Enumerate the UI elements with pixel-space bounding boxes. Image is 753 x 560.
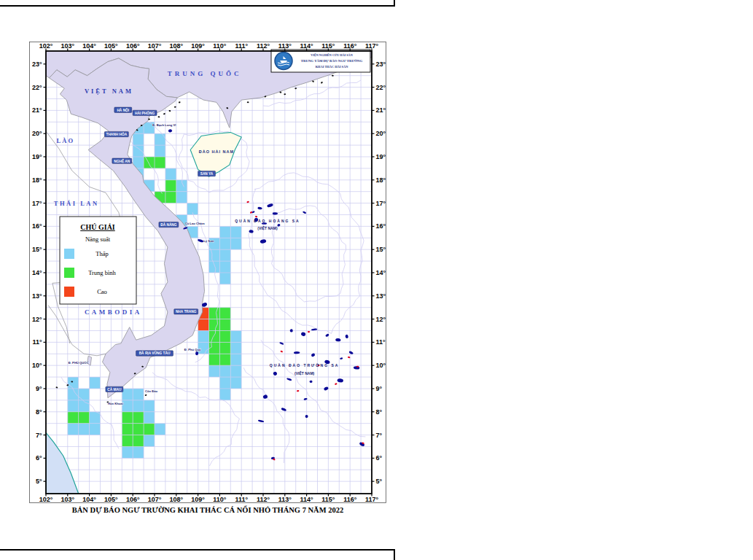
cell-low [90,412,101,424]
cell-low [68,377,79,389]
archipelago-sublabel: (VIỆT NAM) [294,370,315,376]
cell-low [68,424,79,435]
lon-label-bottom: 117° [365,496,379,503]
cell-low [122,446,133,458]
lon-label-top: 107° [148,42,162,50]
cell-low [122,400,133,412]
cell-medium [219,330,230,342]
cell-medium [79,412,90,424]
region-label: VIỆT NAM [85,88,133,95]
lat-label-left: 6° [36,454,42,462]
lat-label-right: 23° [376,61,386,68]
region-label: CAMBODIA [85,308,142,316]
lat-label-right: 5° [376,478,383,485]
lon-label-bottom: 102° [39,496,53,503]
cell-low [90,424,101,435]
small-feature-label: Đ. PHÚ QUỐC [69,361,89,365]
lon-label-bottom: 110° [213,496,227,503]
lat-label-left: 7° [36,432,42,439]
cell-medium [133,412,144,424]
cell-low [219,226,230,238]
cell-low [155,133,165,145]
cell-low [144,435,155,447]
lat-label-left: 12° [32,316,42,323]
lon-label-top: 104° [82,42,96,50]
lon-label-top: 111° [235,42,248,50]
cell-low [230,342,241,354]
legend-title: CHÚ GIẢI [80,223,115,231]
archipelago-label: QUẦN ĐẢO TRƯỜNG SA [270,362,340,368]
lat-label-left: 14° [32,269,42,276]
cell-medium [133,435,144,447]
lon-label-bottom: 108° [169,496,183,503]
archipelago-label: QUẦN ĐẢO HOÀNG SA [235,219,300,223]
page-top-rule-nub [394,0,395,7]
lon-label-bottom: 103° [61,496,74,503]
page-bottom-rule-nub [394,549,395,560]
logo-text-line1: VIỆN NGHIÊN CỨU HẢI SẢN [311,53,352,57]
cell-medium [209,319,220,331]
small-feature-label: Hòn Khoai [108,402,123,405]
cell-low [122,389,133,400]
cell-low [230,354,241,365]
lat-label-right: 18° [376,176,386,184]
lat-label-left: 18° [32,176,42,184]
cell-high [198,319,209,331]
lat-label-left: 16° [32,222,42,230]
cell-medium [122,424,133,435]
lat-label-left: 21° [32,106,42,114]
lat-label-right: 15° [376,246,386,253]
lat-label-right: 22° [376,84,386,91]
lat-label-right: 13° [376,292,386,300]
cell-low [90,377,101,389]
lat-label-left: 11° [32,338,42,346]
cell-medium [144,157,155,168]
lat-label-right: 17° [376,200,386,207]
page: TRUNG QUỐCVIỆT NAMLÀOTHÁI LANCAMBODIAĐẢO… [0,0,753,560]
legend-chip-high [64,287,74,297]
lon-label-top: 109° [191,42,205,50]
cell-low [155,424,165,435]
cell-low [219,238,230,249]
lat-label-right: 20° [376,130,386,137]
lat-label-left: 20° [32,130,42,137]
region-label: LÀO [57,137,74,144]
island-marker-navy [305,415,308,418]
lon-label-bottom: 107° [148,496,162,503]
cell-medium [209,308,220,319]
cell-low [68,389,79,400]
cell-low [133,400,144,412]
lat-label-right: 19° [376,153,386,160]
cell-low [230,365,241,377]
page-bottom-rule [0,549,394,551]
page-top-rule [0,5,394,7]
lon-label-top: 112° [257,42,270,50]
lat-label-right: 16° [376,222,386,230]
cell-low [79,389,90,400]
cell-medium [165,180,176,192]
city-label: BÀ RỊA VŨNG TÀU [139,351,171,355]
cell-low [230,377,241,389]
lat-label-left: 22° [32,84,42,91]
cell-low [230,238,241,249]
cell-low [209,365,220,377]
cell-low [133,446,144,458]
lat-label-right: 14° [376,269,386,276]
small-feature-label: Lý Sơn [203,239,214,243]
cell-low [133,133,144,145]
city-label: ĐÀ NẴNG [160,222,177,227]
city-label: THANH HÓA [106,131,127,136]
region-label: THÁI LAN [54,200,99,207]
legend-chip-low [64,249,74,259]
legend-label-high: Cao [97,288,107,295]
legend: CHÚ GIẢINăng suấtThấpTrung bìnhCao [60,217,136,304]
lon-label-top: 102° [39,42,53,50]
cell-medium [68,412,79,424]
lon-label-top: 116° [343,42,357,50]
lat-label-right: 10° [376,362,386,369]
cell-low [79,424,90,435]
cell-low [219,273,230,284]
lat-label-left: 5° [36,478,42,485]
cell-low [230,226,241,238]
cell-low [133,145,144,157]
